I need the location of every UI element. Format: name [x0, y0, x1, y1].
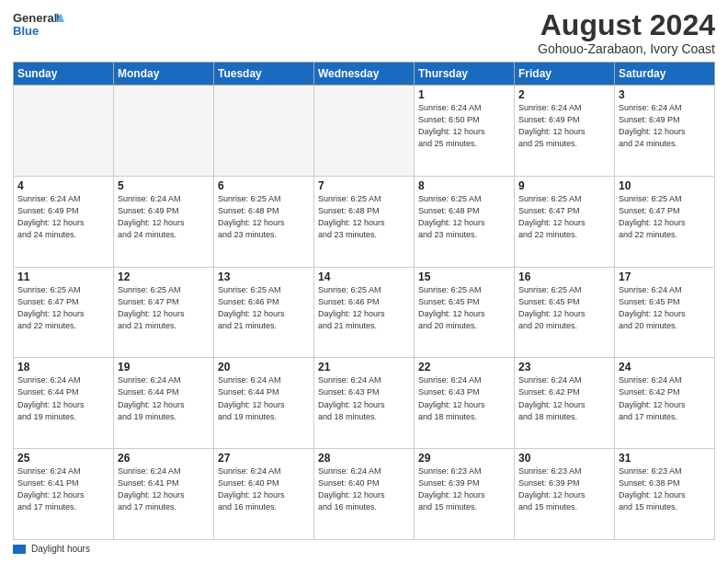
day-number: 10	[619, 179, 711, 192]
calendar-cell: 2Sunrise: 6:24 AM Sunset: 6:49 PM Daylig…	[515, 86, 615, 177]
day-number: 13	[218, 270, 310, 283]
logo-svg: General Blue	[13, 9, 64, 42]
calendar-cell	[14, 86, 114, 177]
day-info: Sunrise: 6:24 AM Sunset: 6:49 PM Dayligh…	[118, 193, 210, 241]
calendar-cell: 13Sunrise: 6:25 AM Sunset: 6:46 PM Dayli…	[214, 267, 314, 358]
calendar-cell: 18Sunrise: 6:24 AM Sunset: 6:44 PM Dayli…	[14, 358, 114, 449]
day-number: 19	[118, 361, 210, 373]
day-number: 12	[118, 270, 210, 283]
calendar-cell: 26Sunrise: 6:24 AM Sunset: 6:41 PM Dayli…	[114, 449, 214, 540]
page-header: General Blue August 2024 Gohouo-Zarabaon…	[13, 9, 715, 56]
calendar-cell: 10Sunrise: 6:25 AM Sunset: 6:47 PM Dayli…	[615, 176, 715, 267]
day-number: 11	[17, 270, 109, 283]
day-info: Sunrise: 6:24 AM Sunset: 6:50 PM Dayligh…	[418, 102, 510, 150]
day-number: 17	[619, 270, 711, 283]
day-number: 29	[418, 452, 510, 465]
calendar-cell: 7Sunrise: 6:25 AM Sunset: 6:48 PM Daylig…	[314, 176, 415, 267]
day-info: Sunrise: 6:24 AM Sunset: 6:44 PM Dayligh…	[17, 374, 109, 422]
calendar-cell: 9Sunrise: 6:25 AM Sunset: 6:47 PM Daylig…	[515, 176, 615, 267]
calendar-cell: 30Sunrise: 6:23 AM Sunset: 6:39 PM Dayli…	[515, 449, 615, 540]
calendar-cell: 28Sunrise: 6:24 AM Sunset: 6:40 PM Dayli…	[314, 449, 415, 540]
day-info: Sunrise: 6:24 AM Sunset: 6:43 PM Dayligh…	[418, 374, 510, 422]
day-info: Sunrise: 6:23 AM Sunset: 6:39 PM Dayligh…	[518, 465, 610, 513]
logo: General Blue	[13, 9, 64, 42]
day-number: 18	[17, 361, 109, 373]
day-info: Sunrise: 6:24 AM Sunset: 6:41 PM Dayligh…	[17, 465, 109, 513]
day-info: Sunrise: 6:24 AM Sunset: 6:49 PM Dayligh…	[619, 102, 711, 150]
day-number: 21	[318, 361, 410, 373]
day-number: 7	[318, 179, 410, 192]
calendar-cell: 11Sunrise: 6:25 AM Sunset: 6:47 PM Dayli…	[14, 267, 114, 358]
calendar-cell	[314, 86, 415, 177]
day-info: Sunrise: 6:25 AM Sunset: 6:47 PM Dayligh…	[17, 284, 109, 332]
day-info: Sunrise: 6:24 AM Sunset: 6:42 PM Dayligh…	[518, 374, 610, 422]
calendar-cell: 8Sunrise: 6:25 AM Sunset: 6:48 PM Daylig…	[415, 176, 515, 267]
calendar-table: SundayMondayTuesdayWednesdayThursdayFrid…	[13, 62, 715, 540]
dow-header: Thursday	[415, 63, 515, 86]
calendar-cell: 21Sunrise: 6:24 AM Sunset: 6:43 PM Dayli…	[314, 358, 415, 449]
day-info: Sunrise: 6:24 AM Sunset: 6:45 PM Dayligh…	[619, 284, 711, 332]
title-block: August 2024 Gohouo-Zarabaon, Ivory Coast	[538, 9, 715, 56]
day-info: Sunrise: 6:24 AM Sunset: 6:42 PM Dayligh…	[619, 374, 711, 422]
day-number: 24	[619, 361, 711, 373]
dow-header: Friday	[515, 63, 615, 86]
calendar-week-row: 4Sunrise: 6:24 AM Sunset: 6:49 PM Daylig…	[14, 176, 715, 267]
calendar-cell: 24Sunrise: 6:24 AM Sunset: 6:42 PM Dayli…	[615, 358, 715, 449]
day-info: Sunrise: 6:25 AM Sunset: 6:47 PM Dayligh…	[619, 193, 711, 241]
calendar-week-row: 25Sunrise: 6:24 AM Sunset: 6:41 PM Dayli…	[14, 449, 715, 540]
day-number: 3	[619, 88, 711, 101]
legend: Daylight hours	[13, 544, 715, 554]
dow-header: Saturday	[615, 63, 715, 86]
calendar-cell: 16Sunrise: 6:25 AM Sunset: 6:45 PM Dayli…	[515, 267, 615, 358]
calendar-cell: 23Sunrise: 6:24 AM Sunset: 6:42 PM Dayli…	[515, 358, 615, 449]
svg-text:Blue: Blue	[13, 24, 39, 38]
calendar-cell: 14Sunrise: 6:25 AM Sunset: 6:46 PM Dayli…	[314, 267, 415, 358]
calendar-cell: 22Sunrise: 6:24 AM Sunset: 6:43 PM Dayli…	[415, 358, 515, 449]
svg-text:General: General	[13, 11, 57, 25]
calendar-cell: 29Sunrise: 6:23 AM Sunset: 6:39 PM Dayli…	[415, 449, 515, 540]
day-number: 16	[518, 270, 610, 283]
calendar-cell: 31Sunrise: 6:23 AM Sunset: 6:38 PM Dayli…	[615, 449, 715, 540]
day-number: 20	[218, 361, 310, 373]
day-number: 25	[17, 452, 109, 465]
day-number: 4	[17, 179, 109, 192]
main-title: August 2024	[538, 9, 715, 41]
calendar-cell: 19Sunrise: 6:24 AM Sunset: 6:44 PM Dayli…	[114, 358, 214, 449]
calendar-cell: 12Sunrise: 6:25 AM Sunset: 6:47 PM Dayli…	[114, 267, 214, 358]
day-number: 9	[518, 179, 610, 192]
day-info: Sunrise: 6:25 AM Sunset: 6:47 PM Dayligh…	[118, 284, 210, 332]
calendar-cell	[114, 86, 214, 177]
calendar-cell: 6Sunrise: 6:25 AM Sunset: 6:48 PM Daylig…	[214, 176, 314, 267]
day-info: Sunrise: 6:25 AM Sunset: 6:48 PM Dayligh…	[318, 193, 410, 241]
calendar-cell: 5Sunrise: 6:24 AM Sunset: 6:49 PM Daylig…	[114, 176, 214, 267]
day-info: Sunrise: 6:24 AM Sunset: 6:49 PM Dayligh…	[518, 102, 610, 150]
calendar-cell: 4Sunrise: 6:24 AM Sunset: 6:49 PM Daylig…	[14, 176, 114, 267]
day-info: Sunrise: 6:24 AM Sunset: 6:40 PM Dayligh…	[318, 465, 410, 513]
day-info: Sunrise: 6:24 AM Sunset: 6:41 PM Dayligh…	[118, 465, 210, 513]
calendar-cell: 27Sunrise: 6:24 AM Sunset: 6:40 PM Dayli…	[214, 449, 314, 540]
day-number: 26	[118, 452, 210, 465]
day-number: 27	[218, 452, 310, 465]
day-number: 15	[418, 270, 510, 283]
calendar-cell: 1Sunrise: 6:24 AM Sunset: 6:50 PM Daylig…	[415, 86, 515, 177]
day-number: 1	[418, 88, 510, 101]
day-info: Sunrise: 6:23 AM Sunset: 6:38 PM Dayligh…	[619, 465, 711, 513]
calendar-cell: 25Sunrise: 6:24 AM Sunset: 6:41 PM Dayli…	[14, 449, 114, 540]
calendar-week-row: 18Sunrise: 6:24 AM Sunset: 6:44 PM Dayli…	[14, 358, 715, 449]
dow-header: Sunday	[14, 63, 114, 86]
calendar-cell: 17Sunrise: 6:24 AM Sunset: 6:45 PM Dayli…	[615, 267, 715, 358]
day-info: Sunrise: 6:24 AM Sunset: 6:43 PM Dayligh…	[318, 374, 410, 422]
calendar-week-row: 1Sunrise: 6:24 AM Sunset: 6:50 PM Daylig…	[14, 86, 715, 177]
day-info: Sunrise: 6:25 AM Sunset: 6:48 PM Dayligh…	[418, 193, 510, 241]
calendar-cell: 3Sunrise: 6:24 AM Sunset: 6:49 PM Daylig…	[615, 86, 715, 177]
day-info: Sunrise: 6:24 AM Sunset: 6:40 PM Dayligh…	[218, 465, 310, 513]
legend-label: Daylight hours	[31, 544, 90, 554]
day-number: 8	[418, 179, 510, 192]
calendar-week-row: 11Sunrise: 6:25 AM Sunset: 6:47 PM Dayli…	[14, 267, 715, 358]
day-info: Sunrise: 6:25 AM Sunset: 6:48 PM Dayligh…	[218, 193, 310, 241]
day-number: 31	[619, 452, 711, 465]
day-number: 14	[318, 270, 410, 283]
dow-header: Wednesday	[314, 63, 415, 86]
dow-header: Tuesday	[214, 63, 314, 86]
day-number: 2	[518, 88, 610, 101]
